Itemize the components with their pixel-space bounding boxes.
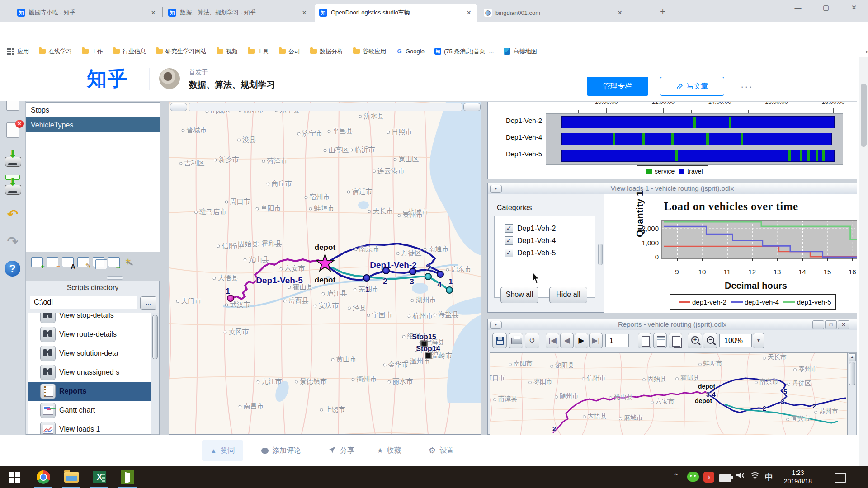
category-checkbox-row[interactable]: ✓Dep1-Veh-4	[505, 236, 556, 245]
add-table-button[interactable]: +	[30, 255, 44, 269]
previous-page-button[interactable]: ◀	[560, 333, 574, 348]
bookmark-item[interactable]: 高德地图	[504, 47, 537, 56]
zoom-out-button[interactable]: −	[703, 333, 717, 348]
new-tab-button[interactable]: +	[656, 5, 669, 18]
browser-scrollbar[interactable]	[859, 57, 868, 466]
script-item-view-stop-details[interactable]: View stop-details	[28, 313, 151, 325]
redo-button[interactable]: ↷	[4, 233, 22, 251]
browser-tab[interactable]: ◍bingdian001.com✕	[479, 4, 628, 22]
tab-close-icon[interactable]: ✕	[300, 9, 308, 16]
tray-wifi-icon[interactable]	[750, 472, 760, 481]
action-comment[interactable]: 添加评论	[261, 440, 301, 461]
zoom-dropdown-button[interactable]: ▼	[753, 333, 764, 348]
scrollbar-thumb[interactable]	[849, 362, 855, 385]
bookmark-item[interactable]: 工具	[248, 47, 269, 56]
close-file-button[interactable]: ✕	[4, 122, 22, 140]
save-export-button[interactable]: ⬇	[4, 178, 22, 197]
hide-all-button[interactable]: Hide all	[549, 287, 587, 303]
reports-map-scrollbar[interactable]: ▲	[848, 352, 857, 435]
taskbar-opendoorlogistics-icon[interactable]	[117, 470, 138, 484]
page-number-input[interactable]	[605, 334, 629, 347]
stop-marker[interactable]	[409, 268, 416, 275]
bookmark-item[interactable]: 行业信息	[113, 47, 146, 56]
bookmark-item[interactable]: 谷歌应用	[353, 47, 386, 56]
splitter-handle[interactable]	[107, 276, 123, 280]
browser-tab[interactable]: 知護國寺小吃 - 知乎✕	[13, 4, 162, 22]
gantt-bar-dep1-veh-4[interactable]	[561, 133, 832, 145]
export-table-button[interactable]: →	[107, 255, 121, 269]
save-import-button[interactable]: ⬇	[4, 150, 22, 169]
stop-marker[interactable]	[382, 267, 390, 274]
show-all-button[interactable]: Show all	[500, 287, 538, 303]
new-file-button[interactable]	[4, 101, 22, 113]
remove-table-button[interactable]: −	[46, 255, 59, 269]
first-page-button[interactable]: |◀	[546, 333, 559, 348]
stop-marker[interactable]	[425, 273, 432, 280]
single-page-view-button[interactable]	[638, 333, 651, 348]
print-button[interactable]	[509, 333, 523, 348]
category-checkbox-row[interactable]: ✓Dep1-Veh-2	[505, 224, 556, 233]
save-button[interactable]	[492, 333, 507, 348]
checkbox[interactable]: ✓	[505, 224, 513, 233]
page-layout-view-button[interactable]	[653, 333, 667, 348]
bookmark-item[interactable]: 视频	[217, 47, 238, 56]
table-row-vehicletypes[interactable]: VehicleTypes	[26, 117, 160, 132]
taskbar-chrome-icon[interactable]	[33, 470, 54, 484]
zoom-in-button[interactable]: +	[688, 333, 702, 348]
browser-tab[interactable]: 知OpenDoorLogistics studio车辆✕	[315, 4, 477, 22]
map-title-button-left[interactable]	[170, 103, 187, 111]
tray-tray-expand-icon[interactable]: ⌃	[673, 472, 679, 481]
panel-dock-button[interactable]: ▼	[490, 321, 502, 329]
tray-ime-icon[interactable]: 中	[765, 472, 773, 483]
taskbar-clock[interactable]: 1:23 2019/8/18	[774, 469, 822, 486]
bookmark-item[interactable]: GGoogle	[396, 48, 425, 55]
tab-close-icon[interactable]: ✕	[616, 9, 624, 16]
zoom-level-value[interactable]: 100%	[719, 334, 752, 347]
map-title-button-right[interactable]	[463, 103, 481, 111]
table-wizard-button[interactable]: ✶	[123, 255, 136, 269]
scripts-scrollbar[interactable]	[151, 313, 159, 435]
script-item-view-loads-1[interactable]: View loads 1	[28, 420, 151, 435]
panel-maximize-button[interactable]: □	[825, 320, 837, 329]
bookmark-item[interactable]: 在线学习	[39, 47, 72, 56]
checkbox[interactable]: ✓	[505, 249, 513, 257]
gantt-bar-dep1-veh-5[interactable]	[561, 150, 835, 162]
column-name[interactable]: 数据、算法、规划学习	[189, 79, 275, 91]
script-item-reports[interactable]: Reports	[28, 382, 151, 401]
window-close-button[interactable]: ✕	[840, 0, 868, 16]
copy-table-button[interactable]	[92, 255, 105, 269]
edit-table-button[interactable]: ✎	[76, 255, 90, 269]
checkbox[interactable]: ✓	[505, 236, 513, 245]
last-page-button[interactable]: ▶|	[589, 333, 603, 348]
tray-volume-icon[interactable]	[736, 472, 744, 481]
scroll-up-button[interactable]: ▲	[849, 353, 856, 361]
script-item-view-route-details[interactable]: View route-details	[28, 325, 151, 344]
panel-dock-button[interactable]: ▼	[490, 185, 502, 193]
tray-battery-icon[interactable]	[719, 474, 731, 482]
column-avatar[interactable]	[159, 68, 180, 89]
scrollbar-thumb[interactable]	[152, 315, 158, 359]
action-upvote[interactable]: ▲赞同	[202, 440, 243, 461]
browse-button[interactable]: ...	[140, 296, 156, 310]
bookmark-item[interactable]: 公司	[279, 47, 300, 56]
gantt-bar-dep1-veh-2[interactable]	[561, 116, 835, 128]
bookmark-item[interactable]: 数据分析	[310, 47, 343, 56]
browser-tab[interactable]: 知数据、算法、规划学习 - 知乎✕	[164, 4, 313, 22]
panel-close-button[interactable]: ✕	[838, 320, 849, 329]
action-center-icon[interactable]	[835, 473, 846, 483]
stop-marker[interactable]	[446, 286, 453, 294]
next-page-button[interactable]: ▶	[575, 333, 588, 348]
tray-netease-music-icon[interactable]: ♪	[703, 472, 714, 483]
panel-minimize-button[interactable]: _	[812, 320, 824, 329]
tray-wechat-icon[interactable]	[687, 472, 699, 482]
more-options-button[interactable]: ···	[741, 81, 753, 93]
help-button[interactable]: ?	[4, 260, 22, 278]
bookmark-item[interactable]: 知(75 条消息)首页 -...	[434, 47, 494, 56]
tab-close-icon[interactable]: ✕	[465, 9, 473, 16]
script-item-view-solution-deta[interactable]: View solution-deta	[28, 344, 151, 363]
scrollbar-thumb[interactable]	[861, 84, 867, 147]
window-minimize-button[interactable]: —	[784, 0, 812, 16]
category-checkbox-row[interactable]: ✓Dep1-Veh-5	[505, 249, 556, 257]
action-share[interactable]: 分享	[329, 440, 354, 461]
stop-marker[interactable]	[437, 271, 444, 278]
